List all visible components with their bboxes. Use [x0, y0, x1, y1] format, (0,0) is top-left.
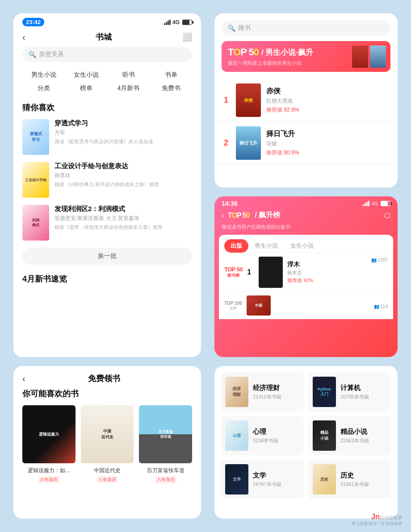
top200-text: TOP 200	[224, 301, 242, 306]
search-bar-top50[interactable]: 🔍 搜书	[222, 21, 390, 36]
phone-back-button[interactable]: ‹	[222, 211, 224, 220]
list-item[interactable]: 工业设计手绘 工业设计手绘与创意表达 孙享欣 根据《UI那些事儿·新手设计师的成…	[22, 162, 192, 198]
book-tag: 八年亲历	[155, 476, 176, 483]
book-cover-zhongguo: 中国	[247, 295, 271, 316]
nav-grid: 男生小说 女生小说 听书 书单 分类 榜单 4月新书 免费书	[22, 68, 192, 95]
book-author: 红烧大黑鱼	[266, 97, 390, 105]
signal-label: 4G	[172, 19, 180, 25]
category-item-psychology[interactable]: 心理 心理 3234本书籍	[221, 416, 304, 455]
phone-book-row-1[interactable]: TOP 50 新书榜 1 浮木 杨本芬 推荐值 92% 👥 1207	[219, 253, 393, 292]
book-cover-chixia: 赤侠	[236, 83, 261, 117]
status-bar: 23:42 4G	[13, 13, 201, 29]
phone-book-row-2[interactable]: TOP 200 总榜 中国 👥 114	[219, 292, 393, 319]
cat-info: 精品小说 22563本书籍	[340, 428, 387, 444]
search-placeholder: 搜书	[238, 24, 251, 32]
book-rank: 1	[222, 96, 231, 105]
top50-book-row-2[interactable]: 2 择日飞升 择日飞升 宅猪 推荐值 90.9%	[214, 122, 398, 165]
readers-count-2: 👥 114	[374, 302, 388, 310]
book-author: 亚德里安·斯莱沃斯基 大卫·莫里森等	[55, 215, 192, 222]
new-book-label: 新书榜	[227, 273, 239, 278]
new-book-badge: TOP 50 新书榜	[224, 266, 243, 278]
watermark-logo: Jn	[371, 513, 380, 520]
phone-signal: 4G	[363, 201, 390, 206]
cat-cover-history: 历史	[313, 464, 336, 495]
book-cover-gongye: 工业设计手绘	[22, 162, 49, 198]
tab-female-novel[interactable]: 女生小说	[284, 239, 320, 253]
book-author: 方军	[55, 129, 192, 137]
cat-info: 历史 21881本书籍	[340, 471, 387, 488]
tab-male-novel[interactable]: 男生小说	[248, 239, 284, 253]
phone-share-icon[interactable]: ⬡	[384, 211, 390, 220]
back-button-free[interactable]: ‹	[22, 374, 25, 384]
book-info: 工业设计手绘与创意表达 孙享欣 根据《UI那些事儿·新手设计师的成长之路》推荐	[55, 162, 192, 188]
book-title: 穿透式学习	[55, 119, 192, 128]
cat-cover-literature: 文学	[225, 464, 248, 495]
refresh-button[interactable]: 换一批	[22, 248, 192, 265]
panel-bookcity: 23:42 4G ‹ 书城 ⬜ 🔍 亲密关系 男生小说 女生小说 听书 书单 分	[13, 13, 201, 357]
book-score: 推荐值 90.9%	[266, 149, 390, 157]
share-icon[interactable]: ⬜	[182, 32, 192, 42]
free-books-list: 逻辑说服力 逻辑说服力：如... 八年亲历 中国近代史 中国近代史 八年亲历 百…	[13, 405, 201, 483]
book-info: 择日飞升 宅猪 推荐值 90.9%	[266, 129, 390, 157]
book-cover-chuantou: 穿透式学习	[22, 119, 49, 155]
signal-bars-icon	[363, 201, 369, 206]
battery-icon	[381, 201, 390, 206]
list-item[interactable]: 百万富翁快车道 百万富翁快车道 八年亲历	[139, 405, 192, 483]
phone-background: 14:36 4G ‹ TOP 50 / 飙升榜 ⬡ 微信读书用户	[214, 196, 398, 357]
nav-item-booklist[interactable]: 书单	[150, 68, 192, 82]
book-tag: 八年亲历	[96, 476, 118, 483]
category-item-computer[interactable]: Python入门 计算机 10735本书籍	[308, 372, 391, 411]
list-item[interactable]: 穿透式学习 穿透式学习 方军 阅读《图形思考与表达的20堂课》的人也在读	[22, 119, 192, 155]
nav-item-category[interactable]: 分类	[22, 82, 65, 95]
book-cover-lirun: 利润模式	[22, 205, 49, 241]
battery-icon	[182, 20, 192, 25]
back-button[interactable]: ‹	[22, 32, 25, 42]
signal-bars-icon	[164, 20, 171, 25]
nav-item-female-novel[interactable]: 女生小说	[65, 68, 107, 82]
top50-hero-banner: TOP 50 / 男生小说·飙升 最近一周热度上涨最快的男生小说	[222, 41, 390, 72]
panel-top50: 🔍 搜书 TOP 50 / 男生小说·飙升 最近一周热度上涨最快的男生小说 1 …	[214, 13, 398, 187]
category-item-history[interactable]: 历史 历史 21881本书籍	[308, 460, 391, 499]
top200-badge: TOP 200 总榜	[224, 301, 242, 311]
book-tag: 八年亲历	[38, 476, 59, 483]
top50-logo: TOP 50	[228, 46, 259, 58]
nav-item-audiobook[interactable]: 听书	[107, 68, 150, 82]
category-item-novel[interactable]: 精品小说 精品小说 22563本书籍	[308, 416, 391, 455]
cat-count: 24787本书籍	[253, 481, 299, 488]
panel-categories: 经济理财 经济理财 21412本书籍 Python入门 计算机 10735本书籍…	[214, 366, 398, 519]
category-item-economics[interactable]: 经济理财 经济理财 21412本书籍	[221, 372, 304, 411]
cat-cover-psychology: 心理	[225, 420, 248, 451]
cat-name: 文学	[253, 471, 299, 480]
cat-count: 3234本书籍	[253, 437, 299, 444]
search-bar[interactable]: 🔍 亲密关系	[22, 47, 192, 62]
book-title: 发现利润区2：利润模式	[55, 205, 192, 213]
recommend-title: 猜你喜欢	[22, 102, 192, 113]
categories-grid: 经济理财 经济理财 21412本书籍 Python入门 计算机 10735本书籍…	[214, 366, 398, 505]
cat-info: 心理 3234本书籍	[253, 428, 299, 444]
search-placeholder: 亲密关系	[39, 50, 64, 58]
cat-count: 21881本书籍	[340, 481, 387, 488]
cat-cover-computer: Python入门	[313, 377, 336, 407]
book-title: 百万富翁快车道	[147, 467, 185, 474]
page-title: 书城	[96, 32, 112, 42]
category-item-literature[interactable]: 文学 文学 24787本书籍	[221, 460, 304, 499]
status-signal: 4G	[164, 19, 192, 25]
book-info: 赤侠 红烧大黑鱼 推荐值 92.9%	[266, 87, 390, 114]
cat-name: 心理	[253, 428, 299, 436]
nav-item-male-novel[interactable]: 男生小说	[22, 68, 65, 82]
nav-item-free[interactable]: 免费书	[150, 82, 192, 95]
book-info: 穿透式学习 方军 阅读《图形思考与表达的20堂课》的人也在读	[55, 119, 192, 145]
list-item[interactable]: 逻辑说服力 逻辑说服力：如... 八年亲历	[22, 405, 75, 483]
list-item[interactable]: 中国近代史 中国近代史 八年亲历	[81, 405, 134, 483]
list-item[interactable]: 利润模式 发现利润区2：利润模式 亚德里安·斯莱沃斯基 大卫·莫里森等 根据《需…	[22, 205, 192, 241]
book-desc: 根据《UI那些事儿·新手设计师的成长之路》推荐	[55, 181, 192, 188]
book-info: 浮木 杨本芬 推荐值 92%	[287, 261, 388, 284]
nav-item-new-april[interactable]: 4月新书	[107, 82, 150, 95]
nav-item-ranking[interactable]: 榜单	[65, 82, 107, 95]
cat-name: 计算机	[340, 384, 387, 392]
cat-name: 精品小说	[340, 428, 387, 436]
search-icon: 🔍	[228, 25, 235, 32]
tab-publish[interactable]: 出版	[224, 239, 248, 253]
total-ranking-label: 总榜	[230, 306, 237, 311]
top50-book-row-1[interactable]: 1 赤侠 赤侠 红烧大黑鱼 推荐值 92.9%	[214, 79, 398, 122]
